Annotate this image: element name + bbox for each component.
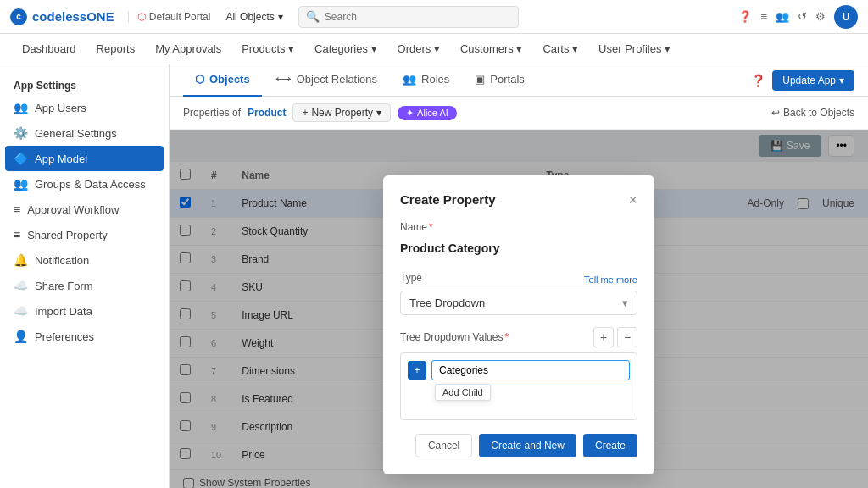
- tree-required: *: [504, 331, 509, 343]
- name-label-text: Name: [400, 221, 427, 233]
- nav-categories[interactable]: Categories ▾: [306, 34, 385, 64]
- menu-icon[interactable]: ≡: [760, 10, 767, 23]
- sidebar-label-notification: Notification: [35, 254, 89, 267]
- select-arrow-icon: ▾: [622, 297, 628, 309]
- name-required: *: [429, 221, 433, 233]
- tab-help-icon[interactable]: ❓: [751, 74, 765, 87]
- object-relations-label: Object Relations: [297, 73, 377, 86]
- modal-footer: Cancel Create and New Create: [400, 434, 637, 458]
- shared-property-icon: ≡: [14, 228, 20, 241]
- history-icon[interactable]: ↺: [798, 10, 807, 23]
- sidebar-item-general-settings[interactable]: ⚙️ General Settings: [0, 120, 169, 146]
- sidebar-label-share-form: Share Form: [35, 280, 93, 292]
- create-button[interactable]: Create: [583, 434, 637, 458]
- portal-label: Default Portal: [149, 11, 211, 23]
- sidebar-label-approval-workflow: Approval Workflow: [27, 203, 119, 216]
- groups-data-icon: 👥: [14, 177, 28, 191]
- tree-values-group: Tree Dropdown Values * + − +: [400, 327, 637, 420]
- type-select[interactable]: Tree Dropdown ▾: [400, 291, 637, 315]
- create-property-modal: Create Property × Name * Product Categor…: [383, 175, 654, 474]
- sidebar-item-groups-data[interactable]: 👥 Groups & Data Access: [0, 171, 169, 197]
- nav-products[interactable]: Products ▾: [233, 34, 303, 64]
- sidebar-label-general-settings: General Settings: [35, 127, 117, 140]
- sidebar-item-import-data[interactable]: ☁️ Import Data: [0, 298, 169, 324]
- tab-bar: ⬡ Objects ⟷ Object Relations 👥 Roles ▣ P…: [170, 64, 868, 97]
- search-icon: 🔍: [306, 10, 320, 23]
- back-label: Back to Objects: [783, 107, 854, 119]
- back-to-objects-button[interactable]: ↩ Back to Objects: [771, 107, 854, 119]
- sidebar-item-shared-property[interactable]: ≡ Shared Property: [0, 222, 169, 247]
- tree-add-button[interactable]: +: [593, 327, 614, 347]
- sidebar-item-preferences[interactable]: 👤 Preferences: [0, 324, 169, 349]
- sidebar-item-app-model[interactable]: 🔷 App Model: [5, 146, 164, 171]
- objects-tab-icon: ⬡: [195, 73, 204, 86]
- tree-node-input[interactable]: [431, 360, 630, 380]
- avatar[interactable]: U: [834, 5, 858, 29]
- roles-icon: 👥: [403, 73, 416, 86]
- content-area: 💾 Save ••• # Name Type: [170, 130, 868, 488]
- help-icon[interactable]: ❓: [738, 10, 752, 23]
- nav-customers[interactable]: Customers ▾: [452, 34, 531, 64]
- tab-object-relations[interactable]: ⟷ Object Relations: [264, 64, 389, 97]
- sidebar-label-app-users: App Users: [35, 102, 86, 114]
- add-child-tooltip[interactable]: Add Child: [435, 384, 491, 401]
- sidebar-item-share-form[interactable]: ☁️ Share Form: [0, 273, 169, 298]
- new-property-button[interactable]: + New Property ▾: [292, 103, 391, 122]
- nav-reports[interactable]: Reports: [88, 34, 144, 64]
- sidebar-item-app-users[interactable]: 👥 App Users: [0, 95, 169, 120]
- approval-workflow-icon: ≡: [14, 202, 20, 216]
- new-property-dropdown-icon: ▾: [376, 107, 381, 119]
- search-bar: 🔍: [298, 6, 519, 28]
- properties-bar: Properties of Product + New Property ▾ ✦…: [170, 97, 868, 130]
- tree-node-row: +: [408, 360, 630, 380]
- notification-icon: 🔔: [14, 253, 28, 267]
- modal-title: Create Property: [400, 192, 496, 207]
- main-content: ⬡ Objects ⟷ Object Relations 👥 Roles ▣ P…: [170, 64, 868, 488]
- nav-dashboard[interactable]: Dashboard: [14, 34, 85, 64]
- tell-me-more-link[interactable]: Tell me more: [584, 274, 637, 285]
- new-property-label: New Property: [311, 107, 373, 119]
- general-settings-icon: ⚙️: [14, 126, 28, 140]
- all-objects-button[interactable]: All Objects ▾: [219, 11, 289, 23]
- tab-portals[interactable]: ▣ Portals: [463, 64, 536, 97]
- type-label-text: Type: [400, 272, 422, 284]
- properties-object[interactable]: Product: [248, 107, 286, 119]
- logo-icon: c: [10, 8, 27, 25]
- sidebar-label-shared-property: Shared Property: [27, 229, 108, 241]
- nav-carts[interactable]: Carts ▾: [534, 34, 587, 64]
- search-input[interactable]: [325, 11, 511, 23]
- modal-close-button[interactable]: ×: [628, 192, 637, 208]
- nav-orders[interactable]: Orders ▾: [389, 34, 448, 64]
- sidebar-section-title: App Settings: [0, 73, 169, 95]
- tree-remove-button[interactable]: −: [617, 327, 637, 347]
- portal-badge: ⬡ Default Portal: [128, 11, 211, 23]
- sidebar-item-notification[interactable]: 🔔 Notification: [0, 247, 169, 273]
- tree-buttons: + −: [593, 327, 637, 347]
- properties-prefix: Properties of: [183, 107, 241, 119]
- tree-values-area: + Add Child: [400, 352, 637, 420]
- object-relations-icon: ⟷: [275, 73, 292, 86]
- users-icon[interactable]: 👥: [776, 10, 789, 23]
- nav-user-profiles[interactable]: User Profiles ▾: [590, 34, 679, 64]
- logo-text: codelessONE: [32, 9, 114, 24]
- type-select-value: Tree Dropdown: [409, 297, 485, 309]
- back-icon: ↩: [771, 107, 780, 119]
- tree-node-expand-button[interactable]: +: [408, 361, 426, 380]
- update-app-button[interactable]: Update App ▾: [772, 70, 854, 91]
- plus-icon: +: [302, 107, 308, 119]
- sidebar-item-approval-workflow[interactable]: ≡ Approval Workflow: [0, 197, 169, 222]
- dropdown-icon: ▾: [278, 11, 283, 23]
- tab-objects[interactable]: ⬡ Objects: [183, 64, 262, 97]
- tab-roles[interactable]: 👥 Roles: [391, 64, 461, 97]
- portals-icon: ▣: [475, 73, 485, 86]
- cancel-button[interactable]: Cancel: [415, 434, 472, 458]
- type-row: Type Tell me more: [400, 272, 637, 287]
- create-and-new-button[interactable]: Create and New: [479, 434, 576, 458]
- objects-tab-label: Objects: [209, 73, 250, 86]
- nav-approvals[interactable]: My Approvals: [147, 34, 230, 64]
- topbar-actions: ❓ ≡ 👥 ↺ ⚙ U: [738, 5, 858, 29]
- alice-badge[interactable]: ✦ Alice AI: [398, 106, 457, 120]
- settings-icon[interactable]: ⚙: [815, 10, 826, 23]
- modal-overlay: Create Property × Name * Product Categor…: [170, 130, 868, 488]
- logo: c codelessONE: [10, 8, 114, 25]
